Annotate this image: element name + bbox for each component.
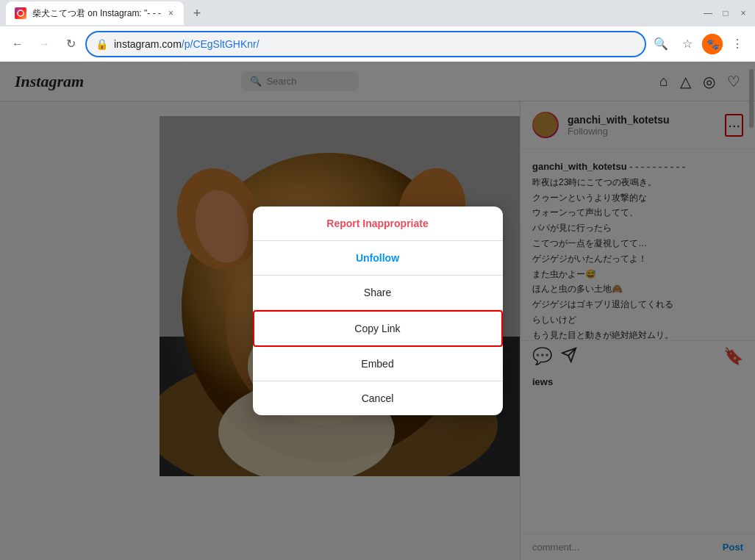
modal-embed-item[interactable]: Embed <box>253 347 503 381</box>
instagram-page: Instagram 🔍 Search ⌂ △ ◎ ♡ <box>0 62 755 560</box>
refresh-button[interactable]: ↻ <box>59 32 82 56</box>
forward-button[interactable]: → <box>32 32 56 56</box>
nav-right-icons: 🔍 ☆ 🐾 ⋮ <box>649 32 749 56</box>
modal-report-item[interactable]: Report Inappropriate <box>253 207 503 241</box>
modal-unfollow-item[interactable]: Unfollow <box>253 241 503 276</box>
lock-icon: 🔒 <box>96 38 108 50</box>
title-bar: 柴犬こてつ君 on Instagram: "- - - × + — □ × <box>0 0 755 26</box>
modal-copy-link-item[interactable]: Copy Link <box>253 310 503 347</box>
browser-chrome: 柴犬こてつ君 on Instagram: "- - - × + — □ × ← … <box>0 0 755 62</box>
bookmark-star-button[interactable]: ☆ <box>676 32 699 56</box>
address-text: instagram.com/p/CEgSltGHKnr/ <box>114 38 636 50</box>
nav-bar: ← → ↻ 🔒 instagram.com/p/CEgSltGHKnr/ 🔍 ☆… <box>0 26 755 62</box>
browser-menu-button[interactable]: ⋮ <box>726 32 749 56</box>
close-button[interactable]: × <box>737 7 749 19</box>
back-button[interactable]: ← <box>6 32 29 56</box>
svg-point-0 <box>18 10 24 16</box>
window-controls: — □ × <box>702 7 749 19</box>
browser-tab[interactable]: 柴犬こてつ君 on Instagram: "- - - × <box>6 1 184 25</box>
tab-close-button[interactable]: × <box>167 7 175 20</box>
modal-dialog: Report Inappropriate Unfollow Share Copy… <box>253 207 503 415</box>
modal-cancel-item[interactable]: Cancel <box>253 381 503 415</box>
search-button[interactable]: 🔍 <box>649 32 673 56</box>
modal-overlay[interactable]: Report Inappropriate Unfollow Share Copy… <box>0 62 755 560</box>
minimize-button[interactable]: — <box>702 7 714 19</box>
title-bar-left: 柴犬こてつ君 on Instagram: "- - - × + <box>6 1 702 25</box>
address-bar[interactable]: 🔒 instagram.com/p/CEgSltGHKnr/ <box>85 31 646 57</box>
tab-title: 柴犬こてつ君 on Instagram: "- - - <box>32 7 161 20</box>
profile-avatar[interactable]: 🐾 <box>702 34 723 54</box>
new-tab-button[interactable]: + <box>187 3 207 24</box>
svg-text:🐾: 🐾 <box>706 38 720 51</box>
tab-favicon <box>15 7 26 19</box>
maximize-button[interactable]: □ <box>720 7 731 19</box>
modal-share-item[interactable]: Share <box>253 276 503 310</box>
